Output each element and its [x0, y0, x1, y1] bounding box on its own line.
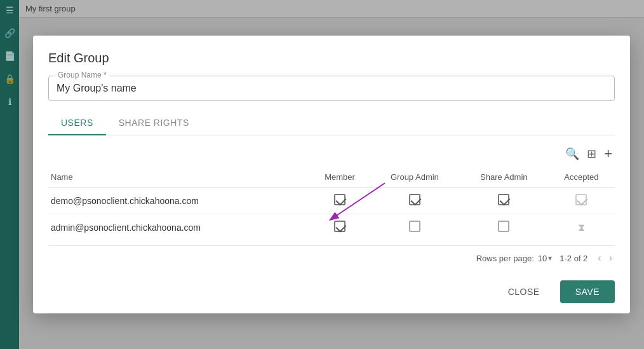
page-info: 1-2 of 2 [560, 254, 587, 263]
group-name-value: My Group's name [57, 81, 607, 95]
col-accepted: Accepted [548, 167, 615, 188]
users-table: Name Member Group Admin Share Admin Acce… [48, 167, 615, 240]
col-member: Member [310, 167, 370, 188]
rows-per-page-select[interactable]: 10 ▾ [538, 254, 552, 263]
table-row: demo@psonoclient.chickahoona.com [48, 188, 615, 214]
modal-overlay: Edit Group Group Name * My Group's name … [19, 0, 644, 349]
user-email: admin@psonoclient.chickahoona.com [48, 214, 310, 241]
group-name-field[interactable]: Group Name * My Group's name [48, 76, 615, 101]
next-page-button[interactable]: › [607, 251, 615, 265]
chevron-down-icon: ▾ [548, 254, 552, 263]
search-icon[interactable]: 🔍 [565, 147, 579, 161]
table-toolbar: 🔍 ⊞ + [48, 146, 615, 162]
rows-per-page-label: Rows per page: [476, 254, 534, 263]
share-admin-checkbox-1[interactable] [460, 188, 548, 214]
rows-per-page-value: 10 [538, 254, 547, 263]
prev-page-button[interactable]: ‹ [595, 251, 603, 265]
sidebar-link-icon[interactable]: 🔗 [4, 28, 15, 38]
modal-footer: CLOSE SAVE [48, 275, 615, 303]
table-area: 🔍 ⊞ + Name Member Group Admin Share Admi… [48, 146, 615, 265]
rows-per-page: Rows per page: 10 ▾ [476, 254, 553, 263]
accepted-checkbox-1 [548, 188, 615, 214]
sidebar-list-icon[interactable]: 📄 [4, 51, 15, 61]
user-email: demo@psonoclient.chickahoona.com [48, 188, 310, 214]
sidebar-lock-icon[interactable]: 🔒 [4, 74, 15, 84]
member-checkbox-2[interactable] [310, 214, 370, 241]
group-admin-checkbox-2[interactable] [370, 214, 460, 241]
page-nav: ‹ › [595, 251, 615, 265]
col-name: Name [48, 167, 310, 188]
sidebar-menu-icon[interactable]: ☰ [6, 5, 14, 15]
hourglass-icon: ⧗ [578, 222, 585, 233]
sidebar: ☰ 🔗 📄 🔒 ℹ [0, 0, 19, 349]
tab-users[interactable]: USERS [48, 111, 106, 135]
tabs-container: USERS SHARE RIGHTS [48, 111, 615, 135]
group-admin-checkbox-1[interactable] [370, 188, 460, 214]
add-icon[interactable]: + [604, 146, 612, 162]
pagination: Rows per page: 10 ▾ 1-2 of 2 ‹ › [48, 245, 615, 265]
tab-share-rights[interactable]: SHARE RIGHTS [106, 111, 202, 135]
group-name-label: Group Name * [55, 71, 109, 79]
sidebar-info-icon[interactable]: ℹ [8, 97, 11, 107]
col-group-admin: Group Admin [370, 167, 460, 188]
share-admin-checkbox-2[interactable] [460, 214, 548, 241]
member-checkbox-1[interactable] [310, 188, 370, 214]
columns-icon[interactable]: ⊞ [587, 147, 596, 161]
close-button[interactable]: CLOSE [495, 280, 553, 303]
modal-title: Edit Group [48, 51, 615, 65]
edit-group-modal: Edit Group Group Name * My Group's name … [33, 36, 630, 313]
save-button[interactable]: SAVE [560, 280, 615, 303]
table-container: Name Member Group Admin Share Admin Acce… [48, 167, 615, 240]
col-share-admin: Share Admin [460, 167, 548, 188]
table-header-row: Name Member Group Admin Share Admin Acce… [48, 167, 615, 188]
accepted-pending-2: ⧗ [548, 214, 615, 241]
table-row: admin@psonoclient.chickahoona.com [48, 214, 615, 241]
